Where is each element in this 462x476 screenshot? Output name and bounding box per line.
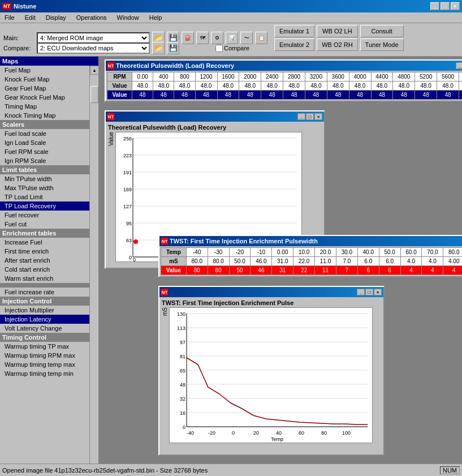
tpr-chart-minimize[interactable]: _ (297, 113, 305, 120)
twst-r2-2[interactable]: 50 (229, 266, 251, 275)
sidebar-item-injection-latency[interactable]: Injection Latency (0, 315, 89, 324)
tpr-h-2[interactable]: 400 (153, 72, 174, 82)
tpr-h-6[interactable]: 2000 (239, 72, 261, 82)
twst-r1-10[interactable]: 4.0 (400, 257, 422, 266)
twst-h-11[interactable]: 60.0 (400, 248, 422, 257)
twst-r2-4[interactable]: 31 (272, 266, 293, 275)
tpr-h-16[interactable]: 6000 (459, 72, 462, 82)
tpr-r1-0[interactable]: 48.0 (132, 82, 153, 91)
tpr-chart-close[interactable]: × (314, 113, 322, 120)
minimize-button[interactable]: _ (430, 2, 439, 10)
sidebar-item-first-time-enrich[interactable]: First time enrich (0, 247, 89, 256)
menu-window[interactable]: Window (115, 14, 141, 22)
sidebar-item-tp-load-limit[interactable]: TP Load Limit (0, 192, 89, 201)
twst-r2-8[interactable]: 6 (357, 266, 379, 275)
tpr-r2-10[interactable]: 48 (349, 91, 371, 100)
sidebar-item-warm-start[interactable]: Warm start enrich (0, 274, 89, 283)
twst-h-3[interactable]: -20 (229, 248, 251, 257)
sidebar-item-fuel-recover[interactable]: Fuel recover (0, 211, 89, 220)
twst-h-13[interactable]: 80.0 (443, 248, 462, 257)
twst-r1-11[interactable]: 4.0 (422, 257, 443, 266)
tpr-h-13[interactable]: 4800 (393, 72, 415, 82)
twst-r2-10[interactable]: 4 (400, 266, 422, 275)
twst-r1-1[interactable]: 80.0 (208, 257, 229, 266)
compare-checkbox[interactable] (215, 45, 223, 52)
tpr-r1-2[interactable]: 48.0 (174, 82, 195, 91)
twst-r2-0[interactable]: 80 (186, 266, 208, 275)
sidebar-item-tp-load-recovery[interactable]: TP Load Recovery (0, 201, 89, 211)
twst-r2-12[interactable]: 4 (443, 266, 462, 275)
sidebar-item-knock-fuel[interactable]: Knock Fuel Map (0, 75, 89, 84)
twst-r2-5[interactable]: 22 (293, 266, 315, 275)
twst-r1-3[interactable]: 46.0 (251, 257, 272, 266)
tpr-r2-0[interactable]: 48 (132, 91, 153, 100)
wb02lh-button[interactable]: WB O2 LH (317, 25, 357, 37)
tpr-h-7[interactable]: 2400 (261, 72, 283, 82)
tpr-r1-12[interactable]: 48.0 (393, 82, 415, 91)
tpr-table-minimize[interactable]: _ (456, 62, 462, 69)
sidebar-item-min-tpulse[interactable]: Min TPulse width (0, 174, 89, 183)
sidebar-item-gear-fuel[interactable]: Gear Fuel Map (0, 84, 89, 93)
sidebar-item-injection-multiplier[interactable]: Injection Multiplier (0, 306, 89, 315)
twst-h-4[interactable]: -10 (251, 248, 272, 257)
sidebar-item-fuel-map[interactable]: Fuel Map (0, 66, 89, 75)
tpr-chart-maximize[interactable]: □ (306, 113, 314, 120)
sidebar-item-after-start[interactable]: After start enrich (0, 256, 89, 265)
twst-r1-12[interactable]: 4.00 (443, 257, 462, 266)
tpr-r2-2[interactable]: 48 (174, 91, 195, 100)
twst-r2-1[interactable]: 80 (208, 266, 229, 275)
sidebar-item-fuel-rpm[interactable]: Fuel RPM scale (0, 147, 89, 156)
menu-edit[interactable]: Edit (23, 14, 38, 22)
tpr-r1-6[interactable]: 48.0 (261, 82, 283, 91)
twst-r1-8[interactable]: 6.0 (357, 257, 379, 266)
map-icon-button[interactable]: 🗺 (196, 32, 209, 44)
wave-icon-button[interactable]: 〜 (240, 32, 253, 44)
maximize-button[interactable]: □ (441, 2, 450, 10)
tpr-r1-4[interactable]: 48.0 (217, 82, 239, 91)
tpr-r2-6[interactable]: 48 (261, 91, 283, 100)
twst-r1-2[interactable]: 50.0 (229, 257, 251, 266)
tpr-r1-10[interactable]: 48.0 (349, 82, 371, 91)
emulator1-button[interactable]: Emulator 1 (274, 25, 314, 37)
menu-display[interactable]: Display (44, 14, 68, 22)
twst-r1-4[interactable]: 31.0 (272, 257, 293, 266)
twst-r2-3[interactable]: 46 (251, 266, 272, 275)
tpr-r2-12[interactable]: 48 (393, 91, 415, 100)
sidebar-item-gear-knock-fuel[interactable]: Gear Knock Fuel Map (0, 93, 89, 102)
sidebar-item-fuel-increase-rate[interactable]: Fuel increase rate (0, 288, 89, 297)
sidebar-item-knock-timing[interactable]: Knock Timing Map (0, 111, 89, 120)
tpr-r2-8[interactable]: 48 (305, 91, 327, 100)
twst-h-6[interactable]: 10.0 (293, 248, 315, 257)
chart-icon-button[interactable]: 📊 (226, 32, 238, 44)
tpr-r2-11[interactable]: 48 (371, 91, 393, 100)
tpr-r1-13[interactable]: 48.0 (415, 82, 437, 91)
tpr-r2-9[interactable]: 48 (327, 91, 349, 100)
tpr-r2-1[interactable]: 48 (153, 91, 174, 100)
main-select[interactable]: 4: Merged ROM image (37, 32, 150, 44)
sidebar-item-fuel-load[interactable]: Fuel load scale (0, 129, 89, 138)
twst-r2-11[interactable]: 4 (422, 266, 443, 275)
sidebar-item-warmup-rpm[interactable]: Warmup timing RPM max (0, 351, 89, 360)
twst-chart-close[interactable]: × (374, 289, 382, 295)
tpr-r1-15[interactable]: 48.0 (459, 82, 462, 91)
fuel-icon-button[interactable]: ⛽ (182, 32, 194, 44)
copy-icon-button[interactable]: 📋 (255, 32, 267, 44)
tpr-r1-11[interactable]: 48.0 (371, 82, 393, 91)
menu-file[interactable]: File (2, 14, 17, 22)
tpr-h-12[interactable]: 4400 (371, 72, 393, 82)
tpr-r2-4[interactable]: 48 (217, 91, 239, 100)
sidebar-item-ign-rpm[interactable]: Ign RPM Scale (0, 156, 89, 165)
emulator2-button[interactable]: Emulator 2 (274, 38, 314, 51)
twst-chart-maximize[interactable]: □ (365, 289, 373, 295)
sidebar-item-volt-latency[interactable]: Volt Latency Change (0, 324, 89, 333)
compare-select[interactable]: 2: ECU Downloaded maps (37, 42, 150, 54)
wb02rh-button[interactable]: WB O2 RH (317, 38, 357, 51)
sidebar-item-warmup-temp-max[interactable]: Warmup timing temp max (0, 360, 89, 369)
sidebar-item-cold-start[interactable]: Cold start enrich (0, 265, 89, 274)
twst-r2-9[interactable]: 6 (379, 266, 400, 275)
sidebar-item-max-tpulse[interactable]: Max TPulse width (0, 183, 89, 192)
menu-operations[interactable]: Operations (74, 14, 109, 22)
twst-r1-7[interactable]: 7.0 (336, 257, 357, 266)
tpr-h-11[interactable]: 4000 (349, 72, 371, 82)
compare-save-button[interactable]: 💾 (167, 42, 179, 54)
